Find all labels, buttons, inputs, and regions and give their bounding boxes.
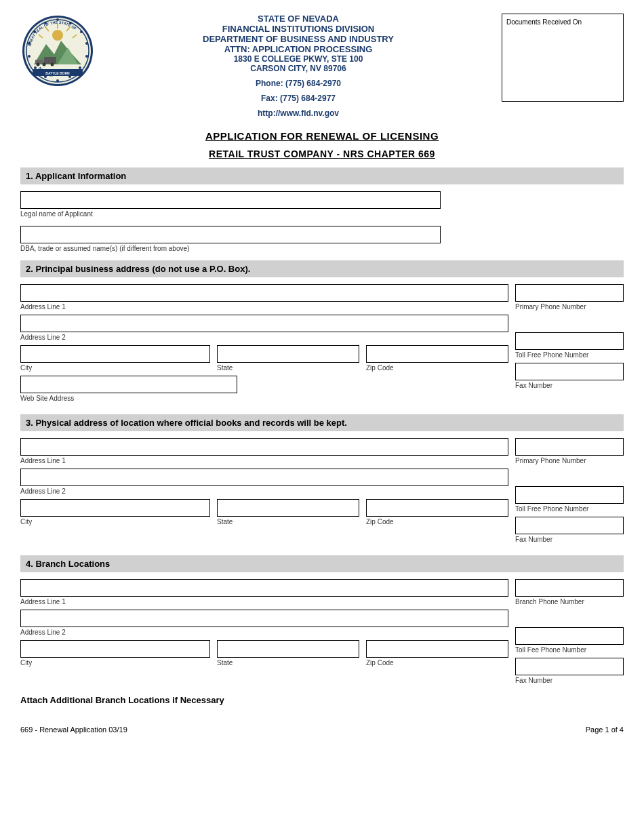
header-phone: Phone: (775) 684-2970: [102, 79, 495, 88]
s2-addr1-group: Address Line 1: [20, 284, 508, 311]
s2-addr2-group: Address Line 2: [20, 315, 508, 341]
section3-side-col: Primary Phone Number Toll Free Phone Num…: [515, 438, 624, 547]
s3-state-input[interactable]: [217, 499, 359, 517]
section2-header: 2. Principal business address (do not us…: [20, 260, 624, 277]
s4-city-input[interactable]: [20, 640, 210, 658]
sub-title: RETAIL TRUST COMPANY - NRS CHAPTER 669: [20, 148, 624, 159]
svg-rect-27: [35, 60, 43, 64]
s2-tollfree-group: Toll Free Phone Number: [515, 332, 624, 359]
s3-city-row: City State Zip Code: [20, 499, 508, 525]
s2-city-input[interactable]: [20, 345, 210, 363]
section4-row1: Address Line 1 Address Line 2 City State…: [20, 579, 624, 688]
agency-line5: 1830 E COLLEGE PKWY, STE 100: [102, 54, 495, 64]
s2-state-label: State: [217, 364, 359, 372]
s2-zip-input[interactable]: [366, 345, 508, 363]
s3-tollfree-input[interactable]: [515, 486, 624, 504]
s2-state-group: State: [217, 345, 359, 372]
svg-point-30: [43, 63, 46, 66]
svg-point-5: [80, 31, 83, 33]
dba-input[interactable]: [20, 226, 441, 243]
s2-primary-phone-group: Primary Phone Number: [515, 284, 624, 311]
s2-addr2-input[interactable]: [20, 315, 508, 332]
s3-state-label: State: [217, 518, 359, 525]
s4-tollfee-input[interactable]: [515, 627, 624, 645]
section3-header: 3. Physical address of location where of…: [20, 414, 624, 431]
s4-branch-phone-group: Branch Phone Number: [515, 579, 624, 605]
s2-addr2-label: Address Line 2: [20, 334, 508, 341]
main-title: APPLICATION FOR RENEWAL OF LICENSING: [20, 130, 624, 142]
s4-zip-label: Zip Code: [366, 659, 508, 667]
s3-state-group: State: [217, 499, 359, 525]
section2-side-col: Primary Phone Number Toll Free Phone Num…: [515, 284, 624, 393]
svg-point-8: [79, 66, 81, 69]
svg-point-13: [28, 55, 31, 58]
agency-line2: FINANCIAL INSTITUTIONS DIVISION: [102, 24, 495, 34]
header-section: GREAT SEAL OF THE STATE OF NEVADA BATTLE…: [20, 14, 624, 118]
s3-zip-input[interactable]: [366, 499, 508, 517]
s3-zip-group: Zip Code: [366, 499, 508, 525]
header-website: http://www.fid.nv.gov: [102, 108, 495, 118]
s2-primary-phone-input[interactable]: [515, 284, 624, 302]
s3-fax-input[interactable]: [515, 517, 624, 534]
s3-city-input[interactable]: [20, 499, 210, 517]
s2-website-input[interactable]: [20, 376, 237, 393]
s2-addr1-input[interactable]: [20, 284, 508, 302]
s3-fax-label: Fax Number: [515, 536, 624, 543]
s4-state-input[interactable]: [217, 640, 359, 658]
footer-section: 669 - Renewal Application 03/19 Page 1 o…: [20, 726, 624, 734]
s3-addr2-input[interactable]: [20, 469, 508, 486]
s4-city-row: City State Zip Code: [20, 640, 508, 667]
s2-tollfree-label: Toll Free Phone Number: [515, 351, 624, 359]
s2-tollfree-input[interactable]: [515, 332, 624, 350]
s3-tollfree-label: Toll Free Phone Number: [515, 505, 624, 513]
dba-group: DBA, trade or assumed name(s) (if differ…: [20, 226, 624, 252]
agency-line4: ATTN: APPLICATION PROCESSING: [102, 44, 495, 54]
section3-row1: Address Line 1 Address Line 2 City State…: [20, 438, 624, 547]
s4-addr2-group: Address Line 2: [20, 610, 508, 636]
attach-note: Attach Additional Branch Locations if Ne…: [20, 695, 624, 705]
s3-zip-label: Zip Code: [366, 518, 508, 525]
svg-point-7: [85, 55, 88, 58]
s4-city-label: City: [20, 659, 210, 667]
page-info: Page 1 of 4: [586, 726, 624, 734]
state-seal: GREAT SEAL OF THE STATE OF NEVADA BATTLE…: [20, 14, 95, 88]
s2-fax-input[interactable]: [515, 363, 624, 380]
s4-fax-label: Fax Number: [515, 677, 624, 684]
s4-zip-input[interactable]: [366, 640, 508, 658]
s3-addr1-input[interactable]: [20, 438, 508, 456]
s2-city-group: City: [20, 345, 210, 372]
s4-branch-phone-input[interactable]: [515, 579, 624, 597]
s4-city-group: City: [20, 640, 210, 667]
section3-main-col: Address Line 1 Address Line 2 City State…: [20, 438, 508, 525]
s2-state-input[interactable]: [217, 345, 359, 363]
title-section: APPLICATION FOR RENEWAL OF LICENSING RET…: [20, 130, 624, 159]
legal-name-label: Legal name of Applicant: [20, 210, 624, 218]
s4-addr1-label: Address Line 1: [20, 598, 508, 605]
dba-label: DBA, trade or assumed name(s) (if differ…: [20, 245, 624, 252]
s3-primary-phone-group: Primary Phone Number: [515, 438, 624, 464]
legal-name-group: Legal name of Applicant: [20, 191, 624, 218]
section1-header: 1. Applicant Information: [20, 167, 624, 184]
svg-point-24: [52, 30, 63, 41]
s2-fax-group: Fax Number: [515, 363, 624, 389]
s2-zip-group: Zip Code: [366, 345, 508, 372]
section4-side-col: Branch Phone Number Toll Fee Phone Numbe…: [515, 579, 624, 688]
svg-point-31: [51, 63, 54, 66]
agency-line1: STATE OF NEVADA: [102, 14, 495, 24]
s2-addr1-label: Address Line 1: [20, 303, 508, 311]
agency-line3: DEPARTMENT OF BUSINESS AND INDUSTRY: [102, 34, 495, 44]
s4-fax-input[interactable]: [515, 658, 624, 675]
legal-name-input[interactable]: [20, 191, 441, 209]
s4-tollfee-label: Toll Fee Phone Number: [515, 646, 624, 654]
s3-tollfree-group: Toll Free Phone Number: [515, 486, 624, 513]
s2-primary-phone-label: Primary Phone Number: [515, 303, 624, 311]
svg-text:BATTLE BORN: BATTLE BORN: [45, 71, 70, 75]
svg-rect-28: [44, 57, 56, 64]
s3-primary-phone-input[interactable]: [515, 438, 624, 456]
header-fax: Fax: (775) 684-2977: [102, 94, 495, 103]
s4-addr1-input[interactable]: [20, 579, 508, 597]
s4-state-group: State: [217, 640, 359, 667]
s4-state-label: State: [217, 659, 359, 667]
s3-city-group: City: [20, 499, 210, 525]
s4-addr2-input[interactable]: [20, 610, 508, 627]
